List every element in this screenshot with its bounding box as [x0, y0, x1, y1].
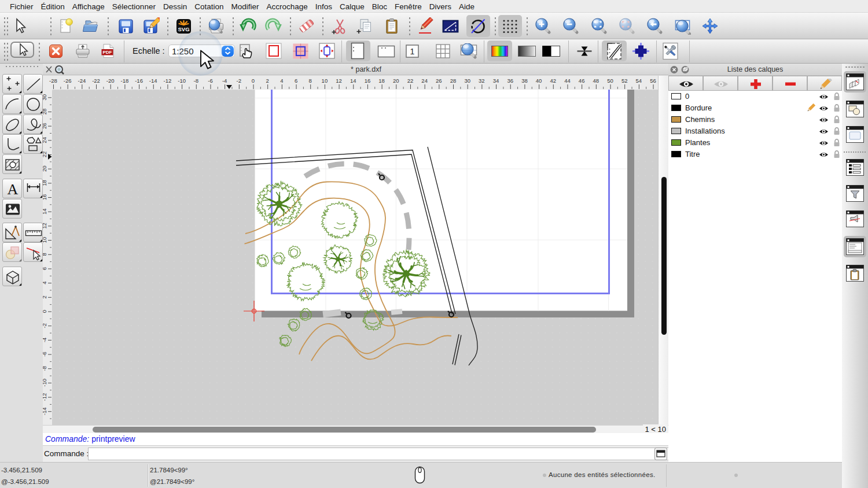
svg-text:18: 18 [378, 77, 385, 84]
svg-text:-16: -16 [135, 77, 143, 84]
svg-text:14: 14 [43, 208, 47, 215]
svg-text:-24: -24 [78, 77, 86, 84]
svg-text:26: 26 [43, 123, 47, 129]
svg-text:-2: -2 [43, 323, 47, 328]
svg-text:20: 20 [393, 77, 399, 84]
svg-text:-22: -22 [92, 77, 100, 84]
svg-text:-8: -8 [43, 366, 47, 371]
svg-text:28: 28 [43, 109, 47, 115]
svg-text:-12: -12 [43, 393, 47, 401]
svg-text:44: 44 [564, 77, 571, 84]
svg-text:0: 0 [252, 77, 255, 84]
svg-text:48: 48 [593, 77, 599, 84]
svg-text:22: 22 [407, 77, 414, 84]
svg-text:12: 12 [336, 77, 342, 84]
svg-text:2: 2 [266, 77, 269, 84]
svg-text:-14: -14 [43, 407, 47, 415]
svg-text:-12: -12 [164, 77, 172, 84]
svg-text:8: 8 [43, 253, 47, 256]
svg-text:SVG: SVG [178, 26, 189, 32]
svg-text:-6: -6 [208, 77, 212, 84]
svg-text:16: 16 [365, 77, 371, 84]
svg-text:46: 46 [579, 77, 585, 84]
svg-text:6: 6 [295, 77, 297, 84]
svg-text:PDF: PDF [103, 50, 112, 55]
svg-text:-8: -8 [194, 77, 198, 84]
svg-text:10: 10 [322, 77, 328, 84]
svg-text:26: 26 [436, 77, 442, 84]
svg-text:-20: -20 [106, 77, 115, 84]
svg-text:40: 40 [536, 77, 542, 84]
svg-text:4: 4 [43, 281, 47, 284]
svg-text:-6: -6 [43, 352, 47, 356]
svg-text:30: 30 [43, 94, 47, 101]
svg-text:50: 50 [607, 77, 613, 84]
svg-text:24: 24 [43, 137, 47, 143]
svg-text:38: 38 [521, 77, 528, 84]
svg-text:1: 1 [410, 47, 415, 56]
svg-text:22: 22 [43, 151, 47, 158]
svg-text:28: 28 [450, 77, 457, 84]
svg-text:6: 6 [43, 267, 47, 270]
svg-text:-14: -14 [149, 77, 157, 84]
svg-text:-28: -28 [49, 77, 57, 84]
svg-text:-18: -18 [121, 77, 129, 84]
svg-text:20: 20 [43, 165, 47, 172]
svg-text:A: A [8, 181, 19, 198]
svg-text:36: 36 [507, 77, 513, 84]
svg-text:42: 42 [550, 77, 556, 84]
svg-text:12: 12 [43, 223, 47, 229]
svg-text:16: 16 [43, 194, 47, 201]
svg-text:32: 32 [479, 77, 485, 84]
svg-text:14: 14 [350, 77, 356, 84]
svg-text:52: 52 [621, 77, 628, 84]
svg-text:0: 0 [43, 310, 47, 313]
svg-text:8: 8 [309, 77, 312, 84]
svg-text:4: 4 [280, 77, 283, 84]
svg-text:-10: -10 [43, 379, 47, 387]
svg-text:-26: -26 [64, 77, 72, 84]
svg-text:34: 34 [493, 77, 499, 84]
svg-text:-4: -4 [43, 338, 47, 342]
svg-text:-4: -4 [222, 77, 227, 84]
svg-text:10: 10 [43, 237, 47, 243]
svg-text:30: 30 [464, 77, 470, 84]
svg-text:2: 2 [43, 295, 47, 298]
svg-text:54: 54 [636, 77, 642, 84]
svg-text:18: 18 [43, 180, 47, 186]
svg-text:56: 56 [650, 77, 656, 84]
svg-text:-10: -10 [178, 77, 186, 84]
svg-text:24: 24 [421, 77, 428, 84]
svg-text:-2: -2 [237, 77, 241, 84]
